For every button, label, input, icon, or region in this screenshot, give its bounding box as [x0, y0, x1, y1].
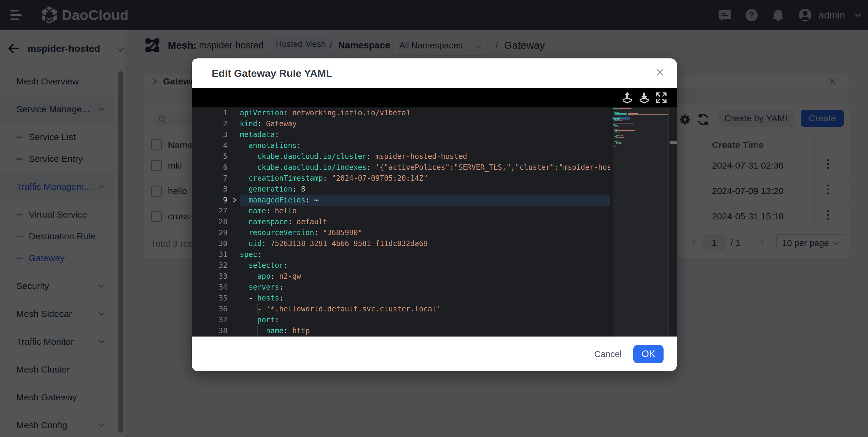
- cancel-button[interactable]: Cancel: [594, 349, 621, 359]
- editor-line[interactable]: 4 annotations:: [192, 140, 677, 151]
- editor-line[interactable]: 5 ckube.daocloud.io/cluster: mspider-hos…: [192, 151, 677, 162]
- minimap-line: [615, 114, 627, 115]
- line-number: 6: [192, 162, 227, 173]
- line-number: 31: [192, 249, 227, 260]
- minimap-line: [619, 143, 619, 144]
- minimap-line: [614, 128, 617, 128]
- editor-line[interactable]: 34 servers:: [192, 282, 677, 293]
- editor-scrollbar[interactable]: [669, 108, 677, 337]
- minimap-line: [617, 119, 619, 120]
- code-text: ckube.daocloud.io/indexes: '{"activePoli…: [240, 162, 610, 173]
- code-text: name: hello: [240, 205, 610, 216]
- line-number: 27: [192, 205, 227, 216]
- minimap-line: [621, 122, 621, 122]
- editor-line[interactable]: 36 - '*.helloworld.default.svc.cluster.l…: [192, 303, 677, 315]
- minimap-line: [613, 111, 617, 111]
- minimap-line: [615, 123, 616, 123]
- minimap-line: [617, 126, 619, 127]
- minimap-line: [615, 129, 617, 129]
- yaml-editor[interactable]: 38 name: http37 port:36 - '*.helloworld.…: [192, 108, 677, 337]
- minimap-line: [614, 125, 618, 126]
- minimap-line: [619, 135, 620, 136]
- ok-button[interactable]: OK: [633, 345, 663, 363]
- fullscreen-icon[interactable]: [655, 92, 667, 104]
- minimap-line: [623, 116, 633, 116]
- line-number: 30: [192, 238, 227, 249]
- code-text: spec:: [240, 249, 610, 260]
- editor-line[interactable]: 35 - hosts:: [192, 293, 677, 303]
- minimap-line: [615, 141, 616, 142]
- editor-line[interactable]: 31spec:: [192, 249, 677, 260]
- minimap-line: [613, 108, 618, 109]
- minimap-line: [622, 116, 622, 116]
- editor-line[interactable]: 32 selector:: [192, 260, 677, 271]
- editor-line[interactable]: 8 generation: 8: [192, 184, 677, 195]
- line-number: 1: [192, 108, 227, 118]
- code-text: - '*.helloworld.default.svc.cluster.loca…: [240, 303, 610, 315]
- scrollbar-marker: [670, 141, 677, 144]
- minimap-line: [617, 111, 617, 111]
- dialog-title: Edit Gateway Rule YAML: [212, 67, 332, 79]
- line-number: 35: [192, 293, 227, 303]
- code-text: creationTimestamp: "2024-07-09T05:20:14Z…: [240, 173, 610, 184]
- line-number: 32: [192, 260, 227, 271]
- line-number: 4: [192, 140, 227, 151]
- minimap-line: [618, 108, 618, 109]
- code-text: servers:: [240, 282, 610, 293]
- editor-line[interactable]: 29 resourceVersion: "3685990": [192, 227, 677, 238]
- line-number: 37: [192, 315, 227, 325]
- minimap-line: [615, 113, 627, 114]
- fold-chevron-icon[interactable]: [231, 196, 238, 204]
- line-number: 9: [192, 195, 227, 205]
- editor-line[interactable]: 7 creationTimestamp: "2024-07-09T05:20:1…: [192, 173, 677, 184]
- minimap-line: [619, 134, 619, 134]
- editor-line[interactable]: 27 name: hello: [192, 205, 677, 216]
- minimap-line: [618, 125, 618, 126]
- minimap-line: [616, 143, 619, 144]
- minimap-line: [619, 134, 621, 134]
- minimap-line: [616, 135, 620, 136]
- minimap-line: [619, 112, 620, 113]
- editor-line[interactable]: 38 name: http: [192, 325, 677, 336]
- editor-line[interactable]: 6 ckube.daocloud.io/indexes: '{"activePo…: [192, 162, 677, 173]
- minimap-line: [628, 114, 668, 115]
- code-text: - hosts:: [240, 293, 610, 303]
- minimap-line: [618, 120, 619, 121]
- minimap-line: [616, 136, 617, 137]
- minimap-line: [615, 132, 616, 132]
- dialog-close-icon[interactable]: [654, 66, 666, 78]
- minimap-line: [614, 118, 620, 119]
- editor-minimap[interactable]: [611, 108, 669, 337]
- minimap-line: [616, 134, 619, 134]
- editor-line[interactable]: 30 uid: 75263138-3291-4b66-9581-f11dc032…: [192, 238, 677, 249]
- code-text: generation: 8: [240, 184, 610, 195]
- minimap-line: [619, 145, 620, 145]
- editor-line[interactable]: 37 port:: [192, 315, 677, 325]
- minimap-line: [617, 139, 618, 139]
- code-text: kind: Gateway: [240, 118, 610, 129]
- minimap-line: [627, 113, 627, 114]
- minimap-line: [619, 142, 620, 143]
- minimap-line: [616, 126, 617, 127]
- code-text: managedFields: ⋯: [240, 195, 610, 205]
- editor-line[interactable]: 3metadata:: [192, 129, 677, 140]
- minimap-line: [616, 145, 620, 145]
- upload-icon[interactable]: [621, 92, 633, 104]
- minimap-line: [615, 110, 615, 110]
- code-text: resourceVersion: "3685990": [240, 227, 610, 238]
- minimap-line: [621, 135, 623, 136]
- minimap-line: [616, 146, 616, 146]
- minimap-line: [613, 146, 616, 146]
- editor-line[interactable]: 9 managedFields: ⋯: [192, 195, 677, 205]
- minimap-line: [628, 113, 638, 114]
- line-number: 36: [192, 303, 227, 315]
- editor-line[interactable]: 28 namespace: default: [192, 216, 677, 227]
- minimap-line: [614, 122, 621, 122]
- editor-line[interactable]: 2kind: Gateway: [192, 118, 677, 129]
- minimap-line: [618, 137, 618, 138]
- minimap-line: [617, 141, 617, 142]
- download-icon[interactable]: [638, 92, 650, 104]
- editor-line[interactable]: 1apiVersion: networking.istio.io/v1beta1: [192, 108, 677, 118]
- minimap-line: [614, 119, 616, 120]
- editor-line[interactable]: 33 app: n2-gw: [192, 271, 677, 282]
